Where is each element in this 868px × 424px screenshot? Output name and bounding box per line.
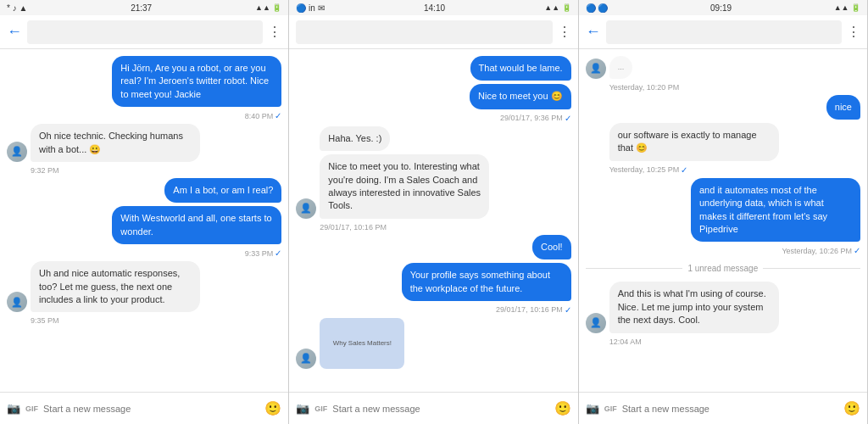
status-time-3: 09:19 xyxy=(710,3,732,13)
back-button-1[interactable]: ← xyxy=(7,23,22,41)
messages-area-3: 👤 ... Yesterday, 10:20 PM nice our softw… xyxy=(579,49,867,392)
phone-panel-1: * ♪ ▲ 21:37 ▲▲ 🔋 ← ⋮ Hi Jörn, Are you a … xyxy=(0,0,289,424)
msg-row: 👤 Oh nice technic. Checking humans with … xyxy=(7,124,281,162)
message-input-2[interactable] xyxy=(332,404,548,414)
msg-meta: 9:32 PM xyxy=(31,166,281,175)
msg-row: and it automates most of the underlying … xyxy=(586,178,860,243)
msg-row: our software is exactly to manage that 😊 xyxy=(586,123,860,161)
more-icon-3[interactable]: ⋮ xyxy=(847,24,860,40)
avatar: 👤 xyxy=(7,142,27,162)
status-time-2: 14:10 xyxy=(424,3,445,13)
msg-row: With Westworld and all, one starts to wo… xyxy=(7,206,281,244)
gif-label-2[interactable]: GIF xyxy=(314,404,327,413)
msg-meta: 8:40 PM ✓ xyxy=(7,111,281,120)
bubble-received: our software is exactly to manage that 😊 xyxy=(609,123,779,161)
msg-meta: Yesterday, 10:26 PM ✓ xyxy=(586,246,860,255)
msg-meta: Yesterday, 10:20 PM xyxy=(609,83,860,92)
msg-meta: 9:35 PM xyxy=(31,316,281,325)
msg-row: Your profile says something about the wo… xyxy=(296,263,570,301)
search-bar-1[interactable] xyxy=(27,20,263,44)
msg-row: 👤 ... xyxy=(586,56,860,79)
gif-label[interactable]: GIF xyxy=(25,404,38,413)
msg-row: Am I a bot, or am I real? xyxy=(7,178,281,203)
status-left-3: 🔵 🔵 xyxy=(586,3,609,13)
emoji-icon-3[interactable]: 🙂 xyxy=(843,400,860,416)
msg-row: Cool! xyxy=(296,235,570,259)
bubble-received: And this is what I'm using of course. Ni… xyxy=(609,282,779,332)
checkmark: ✓ xyxy=(565,114,571,123)
avatar: 👤 xyxy=(7,292,27,312)
bubble-received: Oh nice technic. Checking humans with a … xyxy=(31,124,200,162)
camera-icon-2[interactable]: 📷 xyxy=(296,402,309,415)
emoji-icon-1[interactable]: 🙂 xyxy=(264,400,281,416)
back-button-3[interactable]: ← xyxy=(586,23,601,41)
avatar: 👤 xyxy=(296,349,316,369)
status-right-2: ▲▲ 🔋 xyxy=(544,3,570,12)
status-right-1: ▲▲ 🔋 xyxy=(255,3,281,12)
bubble-received: Nice to meet you to. Interesting what yo… xyxy=(320,154,489,219)
bubble-sent: Nice to meet you 😊 xyxy=(470,84,571,109)
emoji-icon-2[interactable]: 🙂 xyxy=(554,400,571,416)
app-bar-2: ⋮ xyxy=(289,15,577,49)
msg-row: Hi Jörn, Are you a robot, or are you rea… xyxy=(7,56,281,107)
msg-meta: 29/01/17, 9:36 PM ✓ xyxy=(296,114,570,123)
avatar: 👤 xyxy=(586,59,606,79)
camera-icon-3[interactable]: 📷 xyxy=(586,402,599,415)
message-input-1[interactable] xyxy=(43,404,259,414)
input-bar-1: 📷 GIF 🙂 xyxy=(0,392,288,424)
message-input-3[interactable] xyxy=(622,404,838,414)
status-right-3: ▲▲ 🔋 xyxy=(834,3,860,12)
checkmark: ✓ xyxy=(681,165,687,175)
msg-row: 👤 Nice to meet you to. Interesting what … xyxy=(296,154,570,219)
bubble-sent: With Westworld and all, one starts to wo… xyxy=(112,206,281,244)
bubble-received: Uh and nice automatic responses, too? Le… xyxy=(31,261,200,312)
msg-row: Nice to meet you 😊 xyxy=(296,84,570,109)
more-icon-2[interactable]: ⋮ xyxy=(558,24,571,40)
msg-row: Haha. Yes. :) xyxy=(296,126,570,151)
bubble-sent: Am I a bot, or am I real? xyxy=(164,178,281,203)
gif-label-3[interactable]: GIF xyxy=(604,404,617,413)
avatar: 👤 xyxy=(296,198,316,219)
bubble-sent: nice xyxy=(826,95,860,120)
status-bar-2: 🔵 in ✉ 14:10 ▲▲ 🔋 xyxy=(289,0,577,15)
bubble-sent: and it automates most of the underlying … xyxy=(691,178,860,243)
input-bar-3: 📷 GIF 🙂 xyxy=(579,392,867,424)
msg-meta: 29/01/17, 10:16 PM xyxy=(320,223,570,232)
bubble-sent: Cool! xyxy=(532,235,571,259)
more-icon-1[interactable]: ⋮ xyxy=(268,24,281,40)
image-bubble: Why Sales Matters! xyxy=(320,318,404,369)
bubble-sent: Hi Jörn, Are you a robot, or are you rea… xyxy=(112,56,281,107)
messages-area-2: That would be lame. Nice to meet you 😊 2… xyxy=(289,49,577,392)
msg-meta: 9:33 PM ✓ xyxy=(7,248,281,258)
checkmark: ✓ xyxy=(275,248,281,258)
msg-row: 👤 Why Sales Matters! xyxy=(296,318,570,369)
bubble-sent: Your profile says something about the wo… xyxy=(402,263,571,301)
checkmark: ✓ xyxy=(565,305,571,315)
search-bar-3[interactable] xyxy=(606,20,842,44)
msg-row: nice xyxy=(586,95,860,120)
msg-row: 👤 And this is what I'm using of course. … xyxy=(586,282,860,332)
avatar: 👤 xyxy=(586,313,606,333)
search-bar-2[interactable] xyxy=(296,20,552,44)
status-left-2: 🔵 in ✉ xyxy=(296,3,324,13)
status-bar-3: 🔵 🔵 09:19 ▲▲ 🔋 xyxy=(579,0,867,15)
status-left-1: * ♪ ▲ xyxy=(7,3,27,13)
msg-meta: 12:04 AM xyxy=(609,338,860,346)
checkmark: ✓ xyxy=(275,111,281,120)
app-bar-3: ← ⋮ xyxy=(579,15,867,49)
bubble-received: Haha. Yes. :) xyxy=(320,126,390,151)
msg-row: That would be lame. xyxy=(296,56,570,81)
msg-meta: 29/01/17, 10:16 PM ✓ xyxy=(296,305,570,315)
msg-meta: Yesterday, 10:25 PM ✓ xyxy=(609,165,860,175)
phone-panel-3: 🔵 🔵 09:19 ▲▲ 🔋 ← ⋮ 👤 ... Yesterday, 10:2… xyxy=(579,0,868,424)
input-bar-2: 📷 GIF 🙂 xyxy=(289,392,577,424)
bubble-received: ... xyxy=(609,56,633,79)
checkmark: ✓ xyxy=(854,246,860,255)
camera-icon[interactable]: 📷 xyxy=(7,402,20,415)
status-bar-1: * ♪ ▲ 21:37 ▲▲ 🔋 xyxy=(0,0,288,15)
messages-area-1: Hi Jörn, Are you a robot, or are you rea… xyxy=(0,49,288,392)
bubble-sent: That would be lame. xyxy=(470,56,571,81)
unread-label: 1 unread message xyxy=(687,264,758,273)
status-time-1: 21:37 xyxy=(131,3,152,13)
msg-row: 👤 Uh and nice automatic responses, too? … xyxy=(7,261,281,312)
